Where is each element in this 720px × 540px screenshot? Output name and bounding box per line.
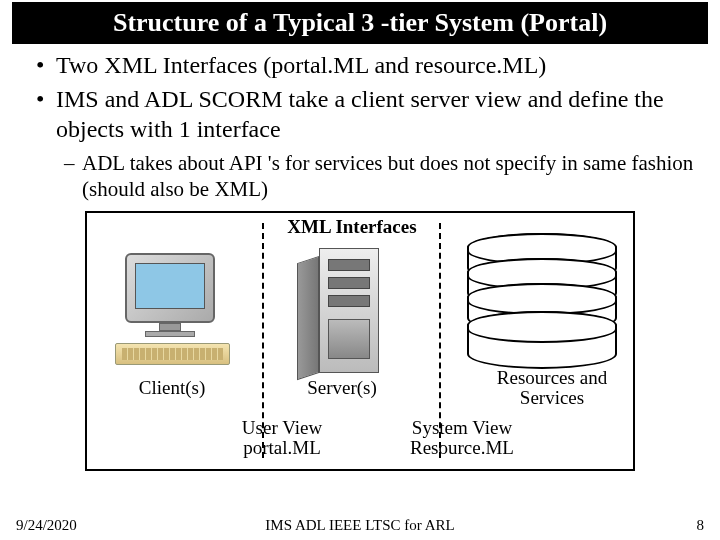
text: System View: [412, 417, 512, 438]
bullet-item: Two XML Interfaces (portal.ML and resour…: [36, 50, 700, 80]
slide-title: Structure of a Typical 3 -tier System (P…: [12, 2, 708, 44]
client-computer-icon: [115, 253, 235, 368]
database-stack-icon: [467, 233, 617, 373]
text: Resource.ML: [410, 437, 514, 458]
text: portal.ML: [243, 437, 321, 458]
label-xml-interfaces: XML Interfaces: [262, 217, 442, 238]
bullet-subitem: ADL takes about API 's for services but …: [64, 150, 700, 203]
label-server: Server(s): [282, 378, 402, 399]
server-tower-icon: [297, 248, 397, 373]
bullet-item: IMS and ADL SCORM take a client server v…: [36, 84, 700, 144]
bullet-list: Two XML Interfaces (portal.ML and resour…: [0, 50, 720, 203]
footer-center: IMS ADL IEEE LTSC for ARL: [0, 517, 720, 534]
label-user-view: User View portal.ML: [217, 418, 347, 460]
label-resources: Resources and Services: [477, 368, 627, 410]
footer: 9/24/2020 IMS ADL IEEE LTSC for ARL 8: [0, 517, 720, 534]
text: User View: [242, 417, 322, 438]
label-system-view: System View Resource.ML: [382, 418, 542, 460]
label-client: Client(s): [112, 378, 232, 399]
diagram: XML Interfaces Client(s) Server(s) Resou…: [85, 211, 635, 471]
